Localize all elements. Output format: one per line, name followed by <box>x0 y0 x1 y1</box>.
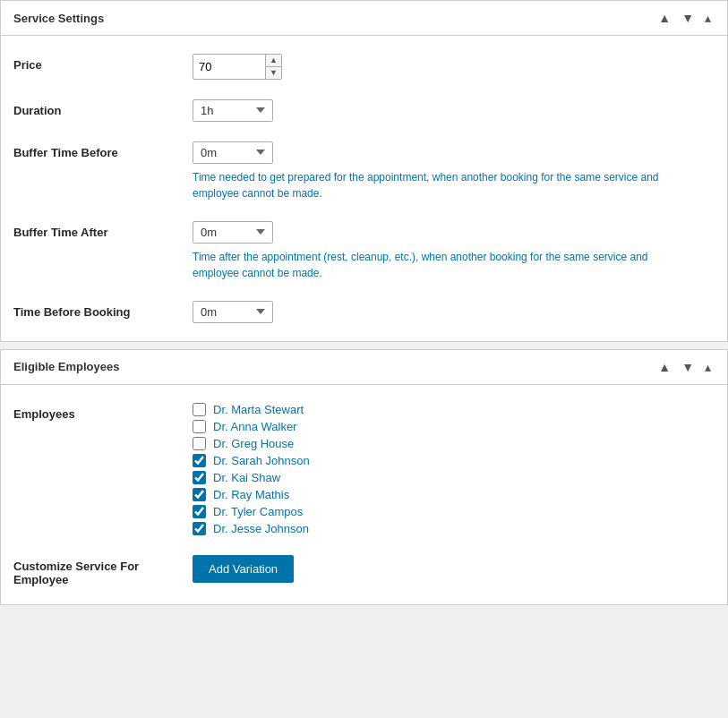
employee-name-6[interactable]: Dr. Tyler Campos <box>213 505 303 518</box>
buffer-before-label: Buffer Time Before <box>13 141 193 159</box>
employee-checkbox-0[interactable] <box>193 403 206 416</box>
service-settings-collapse-btn[interactable]: ▴ <box>701 10 715 26</box>
employees-list: Dr. Marta StewartDr. Anna WalkerDr. Greg… <box>193 403 715 535</box>
time-before-booking-label: Time Before Booking <box>13 301 193 319</box>
buffer-before-content: 0m 5m 10m 15m 30m 1h Time needed to get … <box>193 141 715 201</box>
buffer-before-select[interactable]: 0m 5m 10m 15m 30m 1h <box>193 141 273 164</box>
customize-label: Customize Service For Employee <box>13 555 193 586</box>
buffer-after-label: Buffer Time After <box>13 221 193 239</box>
price-label: Price <box>13 54 193 72</box>
eligible-employees-panel: Eligible Employees ▲ ▼ ▴ Employees Dr. M… <box>0 349 728 605</box>
buffer-before-row: Buffer Time Before 0m 5m 10m 15m 30m 1h … <box>13 141 715 201</box>
employee-name-7[interactable]: Dr. Jesse Johnson <box>213 522 309 535</box>
customize-content: Add Variation <box>193 555 715 583</box>
price-spinner-up[interactable]: ▲ <box>266 55 281 66</box>
service-settings-down-btn[interactable]: ▼ <box>678 10 698 26</box>
service-settings-panel: Service Settings ▲ ▼ ▴ Price ▲ ▼ Duratio <box>0 0 728 342</box>
customize-row: Customize Service For Employee Add Varia… <box>13 555 715 586</box>
duration-label: Duration <box>13 99 193 117</box>
employees-row: Employees Dr. Marta StewartDr. Anna Walk… <box>13 403 715 535</box>
employee-name-4[interactable]: Dr. Kai Shaw <box>213 471 280 484</box>
employee-name-1[interactable]: Dr. Anna Walker <box>213 420 296 433</box>
service-settings-body: Price ▲ ▼ Duration 15m 30m 45m 1h <box>1 36 727 341</box>
price-spinner-down[interactable]: ▼ <box>266 66 281 79</box>
employees-label: Employees <box>13 403 193 421</box>
employee-checkbox-6[interactable] <box>193 505 206 518</box>
employee-item: Dr. Sarah Johnson <box>193 454 715 467</box>
service-settings-title: Service Settings <box>13 12 104 25</box>
eligible-employees-body: Employees Dr. Marta StewartDr. Anna Walk… <box>1 385 727 604</box>
employee-item: Dr. Kai Shaw <box>193 471 715 484</box>
duration-select[interactable]: 15m 30m 45m 1h 1h 15m 1h 30m 2h <box>193 99 273 122</box>
price-input[interactable] <box>193 56 265 77</box>
buffer-after-hint: Time after the appointment (rest, cleanu… <box>193 249 676 281</box>
duration-content: 15m 30m 45m 1h 1h 15m 1h 30m 2h <box>193 99 715 122</box>
employee-checkbox-2[interactable] <box>193 437 206 450</box>
duration-row: Duration 15m 30m 45m 1h 1h 15m 1h 30m 2h <box>13 99 715 122</box>
employee-checkbox-4[interactable] <box>193 471 206 484</box>
buffer-after-select[interactable]: 0m 5m 10m 15m 30m 1h <box>193 221 273 244</box>
eligible-employees-down-btn[interactable]: ▼ <box>678 359 698 375</box>
employee-checkbox-7[interactable] <box>193 522 206 535</box>
add-variation-button[interactable]: Add Variation <box>193 555 294 583</box>
employees-content: Dr. Marta StewartDr. Anna WalkerDr. Greg… <box>193 403 715 535</box>
price-row: Price ▲ ▼ <box>13 54 715 80</box>
employee-name-0[interactable]: Dr. Marta Stewart <box>213 403 304 416</box>
employee-item: Dr. Jesse Johnson <box>193 522 715 535</box>
employee-item: Dr. Tyler Campos <box>193 505 715 518</box>
eligible-employees-controls: ▲ ▼ ▴ <box>655 359 715 375</box>
buffer-after-row: Buffer Time After 0m 5m 10m 15m 30m 1h T… <box>13 221 715 281</box>
price-input-wrap: ▲ ▼ <box>193 54 282 80</box>
price-spinners: ▲ ▼ <box>265 55 281 79</box>
time-before-booking-select[interactable]: 0m 1h 2h 4h 8h 24h 48h <box>193 301 273 323</box>
employee-item: Dr. Anna Walker <box>193 420 715 433</box>
buffer-after-content: 0m 5m 10m 15m 30m 1h Time after the appo… <box>193 221 715 281</box>
employee-checkbox-1[interactable] <box>193 420 206 433</box>
employee-checkbox-3[interactable] <box>193 454 206 467</box>
employee-name-3[interactable]: Dr. Sarah Johnson <box>213 454 310 467</box>
service-settings-up-btn[interactable]: ▲ <box>655 10 674 26</box>
employee-item: Dr. Ray Mathis <box>193 488 715 501</box>
buffer-before-hint: Time needed to get prepared for the appo… <box>193 169 676 201</box>
time-before-booking-content: 0m 1h 2h 4h 8h 24h 48h <box>193 301 715 323</box>
service-settings-header: Service Settings ▲ ▼ ▴ <box>1 1 727 36</box>
time-before-booking-row: Time Before Booking 0m 1h 2h 4h 8h 24h 4… <box>13 301 715 323</box>
service-settings-controls: ▲ ▼ ▴ <box>655 10 715 26</box>
eligible-employees-up-btn[interactable]: ▲ <box>655 359 674 375</box>
price-content: ▲ ▼ <box>193 54 715 80</box>
eligible-employees-title: Eligible Employees <box>13 360 120 373</box>
eligible-employees-header: Eligible Employees ▲ ▼ ▴ <box>1 350 727 385</box>
employee-checkbox-5[interactable] <box>193 488 206 501</box>
eligible-employees-collapse-btn[interactable]: ▴ <box>701 359 715 375</box>
employee-name-2[interactable]: Dr. Greg House <box>213 437 294 450</box>
employee-item: Dr. Greg House <box>193 437 715 450</box>
employee-name-5[interactable]: Dr. Ray Mathis <box>213 488 289 501</box>
employee-item: Dr. Marta Stewart <box>193 403 715 416</box>
